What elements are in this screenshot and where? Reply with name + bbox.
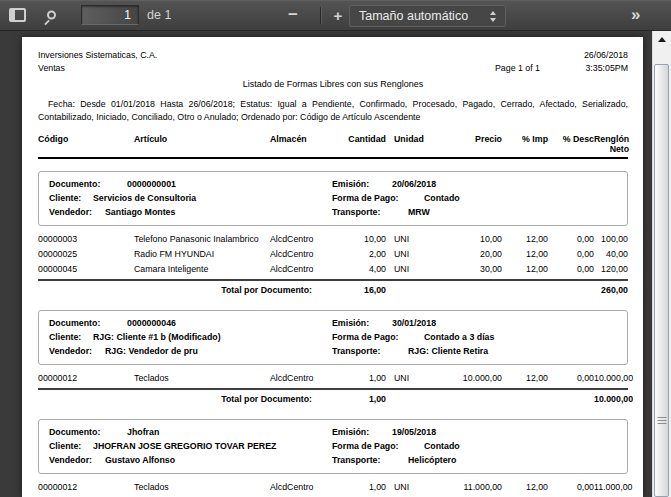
cell-almacen: AlcdCentro [270,249,340,260]
up-triangle-icon [658,37,666,42]
report-date: 26/06/2018 [556,49,628,62]
page-number-input[interactable] [81,5,139,25]
cell-neto: 11.000,00 [594,482,632,493]
total-row: Total por Documento: 16,00 260,00 [38,281,628,298]
emision-label: Emisión: [332,425,392,439]
document-section: Documento:0000000001 Cliente:Servicios d… [38,171,628,298]
vendedor-label: Vendedor: [49,453,105,467]
item-row: 00000045Camara InteligenteAlcdCentro4,00… [38,262,628,277]
zoom-scale-select[interactable]: Tamaño automático [349,5,506,27]
report-filter-line: Fecha: Desde 01/01/2018 Hasta 26/06/2018… [38,98,628,124]
scroll-up-button[interactable] [653,31,671,47]
document-info-right: Emisión:19/05/2018 Forma de Pago:Contado… [332,425,617,467]
documento-label: Documento: [49,316,127,330]
cell-neto: 10.000,00 [594,373,633,384]
cell-cantidad: 2,00 [340,249,386,260]
cell-codigo: 00000012 [38,482,134,493]
document-sections: Documento:0000000001 Cliente:Servicios d… [38,171,628,497]
vertical-scrollbar[interactable] [652,31,671,497]
emision-value: 30/01/2018 [392,318,436,328]
zoom-out-button[interactable]: − [282,5,304,25]
cell-neto: 40,00 [594,249,628,260]
document-section: Documento:0000000046 Cliente:RJG: Client… [38,310,628,407]
cell-neto: 120,00 [594,264,628,275]
item-row: 00000012TecladosAlcdCentro1,00UNI10.000,… [38,371,628,386]
cell-imp: 12,00 [502,249,548,260]
documento-label: Documento: [49,425,127,439]
forma-pago-label: Forma de Pago: [332,191,424,205]
document-info-right: Emisión:30/01/2018 Forma de Pago:Contado… [332,316,617,358]
cliente-value: Servicios de Consultoria [93,193,196,203]
search-icon [47,11,56,20]
cell-articulo: Radio FM HYUNDAI [134,249,270,260]
cell-precio: 10.000,00 [434,373,502,384]
cell-desc: 0,00 [548,264,594,275]
cliente-label: Cliente: [49,330,93,344]
sidebar-toggle-icon [9,8,26,22]
pdf-toolbar: de 1 − + Tamaño automático » [0,0,671,31]
cell-codigo: 00000045 [38,264,134,275]
vendedor-value: Santiago Montes [105,207,175,217]
cell-articulo: Telefono Panasonic Inalambrico [134,234,270,245]
document-info-box: Documento:0000000046 Cliente:RJG: Client… [38,310,628,365]
transporte-label: Transporte: [332,453,408,467]
cell-desc: 0,00 [548,234,594,245]
forma-pago-value: Contado [424,193,460,203]
vendedor-value: RJG: Vendedor de pru [105,346,198,356]
pdf-page: Inversiones Sistematicas, C.A. 26/06/201… [22,37,643,497]
scrollbar-grip-icon [657,417,666,425]
col-precio: Precio [434,134,502,154]
cell-unidad: UNI [386,373,434,384]
cell-almacen: AlcdCentro [270,373,340,384]
scrollbar-thumb[interactable] [654,64,669,497]
cell-cantidad: 1,00 [340,482,386,493]
page-count-label: de 1 [147,8,171,22]
total-cantidad: 16,00 [340,285,386,296]
document-info-box: Documento:Jhofran Cliente:JHOFRAN JOSE G… [38,419,628,474]
col-imp: % Imp [502,134,548,154]
documento-value: 0000000001 [127,179,176,189]
cell-codigo: 00000012 [38,373,134,384]
col-cantidad: Cantidad [340,134,386,154]
item-row: 00000025Radio FM HYUNDAIAlcdCentro2,00UN… [38,247,628,262]
documento-value: 0000000046 [127,318,176,328]
item-row: 00000003Telefono Panasonic InalambricoAl… [38,232,628,247]
cell-articulo: Teclados [134,373,270,384]
transporte-label: Transporte: [332,344,408,358]
cliente-label: Cliente: [49,191,93,205]
cell-imp: 12,00 [502,482,548,493]
cell-codigo: 00000025 [38,249,134,260]
cell-articulo: Camara Inteligente [134,264,270,275]
search-button[interactable] [47,11,56,20]
total-neto: 260,00 [594,285,628,296]
cell-imp: 12,00 [502,234,548,245]
toolbar-separator [320,7,321,24]
col-neto: Renglón Neto [594,134,629,154]
spinner-arrows-icon [490,11,496,22]
total-label: Total por Documento: [38,394,340,405]
report-header-row2: Ventas Page 1 of 1 3:35:05PM [38,62,628,75]
sidebar-toggle-button[interactable] [9,8,26,22]
cell-desc: 0,00 [548,482,594,493]
cell-cantidad: 1,00 [340,373,386,384]
item-rows: 00000003Telefono Panasonic InalambricoAl… [38,232,628,277]
cell-desc: 0,00 [548,373,594,384]
cell-precio: 10,00 [434,234,502,245]
pdf-viewer-area: Inversiones Sistematicas, C.A. 26/06/201… [0,31,671,497]
item-rows: 00000012TecladosAlcdCentro1,00UNI10.000,… [38,371,628,386]
module-name: Ventas [38,62,65,75]
zoom-in-button[interactable]: + [327,7,349,24]
cell-imp: 12,00 [502,264,548,275]
cliente-label: Cliente: [49,439,93,453]
document-info-left: Documento:0000000046 Cliente:RJG: Client… [49,316,332,358]
report-title: Listado de Formas Libres con sus Renglon… [38,79,628,89]
col-unidad: Unidad [386,134,434,154]
toolbar-overflow-button[interactable]: » [631,5,640,25]
total-row: Total por Documento: 1,00 10.000,00 [38,390,628,407]
documento-value: Jhofran [127,427,159,437]
col-almacen: Almacén [270,134,340,154]
total-label: Total por Documento: [38,285,340,296]
column-headers: Código Artículo Almacén Cantidad Unidad … [38,134,628,154]
report-content: Inversiones Sistematicas, C.A. 26/06/201… [22,37,643,497]
vendedor-label: Vendedor: [49,205,105,219]
